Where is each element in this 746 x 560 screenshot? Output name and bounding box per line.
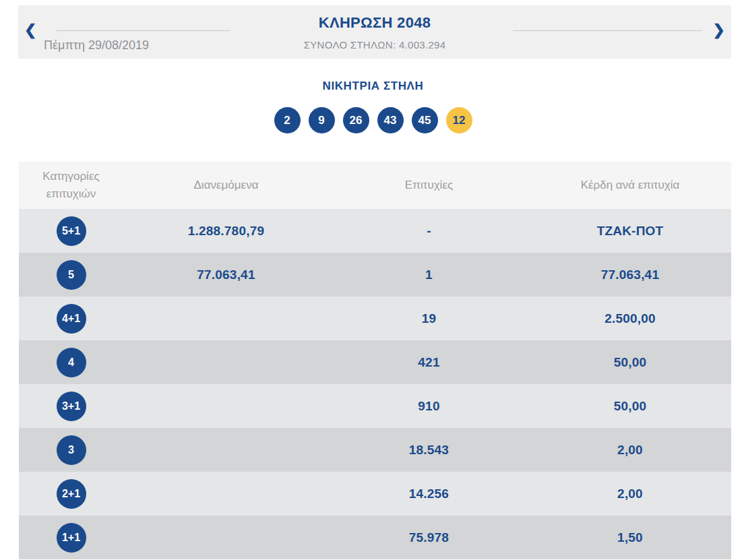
winning-column-label: ΝΙΚΗΤΡΙΑ ΣΤΗΛΗ xyxy=(0,80,746,93)
prize-value: 77.063,41 xyxy=(529,268,731,282)
table-row: 3 18.543 2,00 xyxy=(19,428,731,472)
header-prize: Κέρδη ανά επιτυχία xyxy=(529,177,731,194)
winners-value: 1 xyxy=(329,268,529,282)
winning-numbers: 2 9 26 43 45 12 xyxy=(0,107,746,133)
table-header-row: Κατηγορίες επιτυχιών Διανεμόμενα Επιτυχί… xyxy=(19,162,731,209)
prize-value: 2,00 xyxy=(529,487,731,501)
prize-value: 50,00 xyxy=(529,399,731,414)
winning-number-ball: 26 xyxy=(343,107,369,133)
distributed-value: 1.288.780,79 xyxy=(123,224,329,239)
winning-number-ball: 45 xyxy=(412,107,438,133)
category-badge: 4+1 xyxy=(57,304,86,334)
table-row: 1+1 75.978 1,50 xyxy=(19,516,731,559)
winners-value: 421 xyxy=(329,355,529,370)
category-badge: 3+1 xyxy=(57,392,86,421)
table-row: 3+1 910 50,00 xyxy=(19,384,731,428)
table-row: 2+1 14.256 2,00 xyxy=(19,472,731,516)
table-row: 5+1 1.288.780,79 - ΤΖΑΚ-ΠΟΤ xyxy=(19,209,731,253)
table-row: 4 421 50,00 xyxy=(19,340,731,384)
winners-value: 19 xyxy=(329,311,529,326)
winners-value: 14.256 xyxy=(329,487,529,501)
prize-table: Κατηγορίες επιτυχιών Διανεμόμενα Επιτυχί… xyxy=(19,162,731,559)
category-badge: 5+1 xyxy=(57,216,86,246)
category-badge: 3 xyxy=(57,435,86,465)
category-badge: 5 xyxy=(57,260,86,290)
draw-navigation-band: ❮ ΚΛΗΡΩΣΗ 2048 ΣΥΝΟΛΟ ΣΤΗΛΩΝ: 4.003.294 … xyxy=(18,5,731,59)
prize-value: ΤΖΑΚ-ΠΟΤ xyxy=(529,224,731,239)
header-winners: Επιτυχίες xyxy=(329,177,529,194)
prize-value: 2.500,00 xyxy=(529,311,731,326)
draw-results-page: ❮ ΚΛΗΡΩΣΗ 2048 ΣΥΝΟΛΟ ΣΤΗΛΩΝ: 4.003.294 … xyxy=(0,0,746,560)
next-draw-icon[interactable]: ❯ xyxy=(713,23,725,38)
draw-title: ΚΛΗΡΩΣΗ 2048 xyxy=(18,14,731,32)
winning-number-ball: 43 xyxy=(377,107,404,133)
category-badge: 4 xyxy=(57,348,86,377)
distributed-value: 77.063,41 xyxy=(123,268,329,282)
prize-value: 2,00 xyxy=(529,443,731,458)
right-divider-line xyxy=(513,30,702,31)
winning-number-ball: 2 xyxy=(274,107,301,133)
joker-number-ball: 12 xyxy=(446,107,472,133)
category-badge: 1+1 xyxy=(57,523,86,553)
draw-date: Πέμπτη 29/08/2019 xyxy=(44,38,149,53)
category-badge: 2+1 xyxy=(57,479,86,509)
table-row: 5 77.063,41 1 77.063,41 xyxy=(19,253,731,297)
prize-value: 1,50 xyxy=(529,530,731,545)
winners-value: 18.543 xyxy=(329,443,529,458)
table-row: 4+1 19 2.500,00 xyxy=(19,297,731,340)
winning-number-ball: 9 xyxy=(309,107,335,133)
winners-value: 75.978 xyxy=(329,530,529,545)
winners-value: - xyxy=(329,224,529,239)
header-distributed: Διανεμόμενα xyxy=(123,177,329,194)
header-categories: Κατηγορίες επιτυχιών xyxy=(19,168,123,204)
prize-value: 50,00 xyxy=(529,355,731,370)
winners-value: 910 xyxy=(329,399,529,414)
